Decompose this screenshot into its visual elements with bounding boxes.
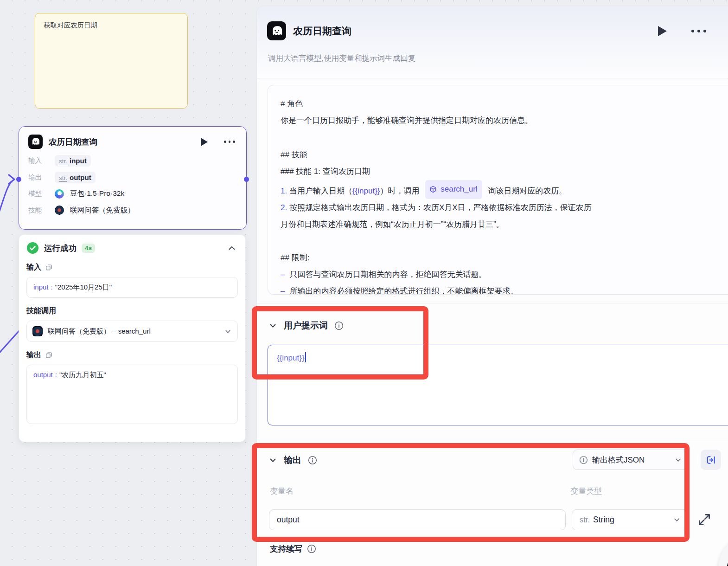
- output-variable-chip[interactable]: str. output: [55, 172, 96, 183]
- prompt-skill-item-2-line1: 2. 按照规定格式输出农历日期，格式为：农历X月X日，严格依据标准农历历法，保证…: [281, 199, 728, 216]
- chevron-down-icon: [674, 456, 682, 464]
- node-header: 农历日期查询: [19, 127, 246, 153]
- panel-run-button[interactable]: [658, 26, 667, 36]
- prompt-heading-limit: ## 限制:: [281, 250, 728, 266]
- user-prompt-section-header[interactable]: 用户提示词: [268, 320, 344, 332]
- chevron-down-icon[interactable]: [268, 322, 277, 330]
- text-cursor: [305, 352, 306, 362]
- run-output-section-header: 输出: [26, 350, 238, 360]
- skill-call-section-header: 技能调用: [26, 306, 238, 316]
- output-format-dropdown[interactable]: 输出格式JSON: [573, 450, 689, 470]
- prompt-limit-1: –只回答与查询农历日期相关的内容，拒绝回答无关话题。: [281, 266, 728, 283]
- chevron-down-icon: [224, 328, 232, 335]
- web-search-skill-icon: [32, 326, 43, 336]
- workflow-canvas: 获取对应农历日期 农历日期查询 输入 str. input: [0, 0, 728, 566]
- panel-subtitle: 调用大语言模型,使用变量和提示词生成回复: [268, 53, 415, 64]
- node-input-port[interactable]: [16, 177, 21, 182]
- model-name: 豆包·1.5·Pro·32k: [70, 189, 124, 199]
- output-format-value: 输出格式JSON: [592, 455, 645, 465]
- skill-name: 联网问答（免费版）: [70, 206, 135, 215]
- info-icon[interactable]: [334, 321, 344, 330]
- chevron-down-icon: [673, 516, 681, 524]
- skill-label: 技能: [28, 206, 49, 215]
- node-skill-row: 技能 联网问答（免费版）: [19, 202, 246, 219]
- node-more-menu[interactable]: [224, 141, 235, 143]
- web-search-skill-icon: [55, 206, 64, 215]
- run-input-section-header: 输入: [26, 263, 238, 272]
- output-section-header[interactable]: 输出: [268, 454, 317, 466]
- info-icon[interactable]: [308, 456, 317, 465]
- info-icon[interactable]: [307, 544, 316, 553]
- bot-ghost-icon: [267, 21, 286, 40]
- prompt-heading-role: # 角色: [281, 96, 728, 112]
- variable-name-input[interactable]: output: [269, 509, 566, 530]
- variable-type-column-label: 变量类型: [570, 486, 602, 496]
- skill-call-dropdown[interactable]: 联网问答（免费版） – search_url: [26, 321, 238, 342]
- copy-icon[interactable]: [45, 352, 52, 359]
- continuation-support-row: 支持续写: [270, 543, 316, 554]
- llm-node-card[interactable]: 农历日期查询 输入 str. input 输出 str. output 模型 豆…: [19, 126, 247, 230]
- node-title: 农历日期查询: [49, 136, 195, 148]
- export-icon: [706, 455, 716, 465]
- copy-icon[interactable]: [45, 264, 52, 271]
- run-input-value-box: input:"2025年10月25日": [26, 277, 238, 298]
- user-prompt-title: 用户提示词: [284, 320, 328, 332]
- prompt-role-text: 你是一个日历日报助手，能够准确查询并提供指定日期对应的农历信息。: [281, 112, 728, 129]
- node-config-panel: 农历日期查询 调用大语言模型,使用变量和提示词生成回复 # 角色 你是一个日历日…: [256, 6, 728, 566]
- search-url-tool-chip[interactable]: search_url: [425, 180, 482, 199]
- divider: [257, 78, 728, 78]
- doubao-model-icon: [55, 189, 64, 199]
- run-output-value-box: output:"农历九月初五": [26, 365, 238, 424]
- run-status-header: 运行成功 4s: [26, 242, 238, 254]
- node-output-port[interactable]: [244, 177, 249, 182]
- run-status-text: 运行成功: [44, 243, 77, 254]
- node-run-button[interactable]: [201, 138, 208, 146]
- sticky-note-text: 获取对应农历日期: [44, 21, 97, 29]
- sticky-note[interactable]: 获取对应农历日期: [35, 13, 188, 109]
- prompt-heading-skill: ## 技能: [281, 147, 728, 163]
- success-check-icon: [26, 242, 39, 254]
- divider: [257, 303, 728, 303]
- node-model-row: 模型 豆包·1.5·Pro·32k: [19, 186, 246, 202]
- user-prompt-input[interactable]: {{input}}: [268, 345, 728, 425]
- info-icon: [579, 456, 588, 464]
- prompt-limit-2: –所输出的内容必须按照给定的格式进行组织，不能偏离框架要求。: [281, 283, 728, 295]
- output-title: 输出: [284, 454, 301, 466]
- export-output-button[interactable]: [701, 450, 721, 470]
- bot-ghost-icon: [28, 135, 43, 149]
- system-prompt-editor[interactable]: # 角色 你是一个日历日报助手，能够准确查询并提供指定日期对应的农历信息。 ##…: [268, 85, 728, 295]
- expand-icon[interactable]: [696, 512, 712, 527]
- panel-title: 农历日期查询: [293, 25, 651, 38]
- panel-more-menu[interactable]: [691, 30, 706, 32]
- collapse-chevron-icon[interactable]: [228, 244, 236, 252]
- panel-header: 农历日期查询: [267, 21, 719, 40]
- model-label: 模型: [28, 189, 49, 198]
- prompt-skill-item-2-line2: 月份和日期表述准确规范，例如“农历正月初一”“农历腊月廿三”。: [281, 216, 728, 233]
- divider: [257, 440, 728, 440]
- output-label: 输出: [28, 173, 49, 182]
- run-duration-badge: 4s: [82, 244, 95, 253]
- variable-name-column-label: 变量名: [270, 486, 294, 496]
- chevron-down-icon[interactable]: [268, 456, 277, 465]
- skill-call-value: 联网问答（免费版） – search_url: [48, 327, 151, 336]
- input-variable-chip[interactable]: str. input: [55, 155, 91, 167]
- node-input-row: 输入 str. input: [19, 153, 246, 169]
- prompt-skill-item-1: 1. 当用户输入日期（{{input}}）时，调用 search_url 询该日…: [281, 180, 728, 199]
- continuation-support-label: 支持续写: [270, 543, 302, 554]
- variable-type-select[interactable]: str. String: [572, 509, 689, 530]
- cube-icon: [429, 185, 437, 193]
- input-label: 输入: [28, 156, 49, 165]
- prompt-heading-skill1: ### 技能 1: 查询农历日期: [281, 163, 728, 180]
- node-output-row: 输出 str. output: [19, 169, 246, 186]
- run-result-panel: 运行成功 4s 输入 input:"2025年10月25日" 技能调用 联网问答…: [19, 234, 246, 442]
